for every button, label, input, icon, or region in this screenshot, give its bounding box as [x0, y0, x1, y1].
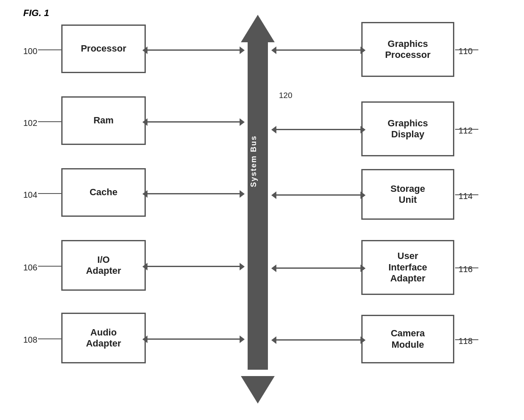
- tick-118: [455, 339, 478, 340]
- ref-116: 116: [458, 265, 472, 274]
- block-storage: StorageUnit: [361, 169, 454, 220]
- arrow-processor-bus: [147, 49, 240, 51]
- fig-title: FIG. 1: [23, 8, 49, 19]
- block-ui-adapter: UserInterfaceAdapter: [361, 240, 454, 295]
- ref-108: 108: [23, 335, 37, 345]
- arrow-top: [241, 15, 275, 42]
- diagram-container: FIG. 1 Processor Ram Cache I/OAdapter Au…: [0, 0, 524, 420]
- block-gfx-disp: GraphicsDisplay: [361, 101, 454, 156]
- ref-102: 102: [23, 118, 37, 128]
- block-cache: Cache: [61, 168, 146, 217]
- ref-110: 110: [458, 46, 472, 56]
- arrow-io-bus: [147, 266, 240, 267]
- block-audio: AudioAdapter: [61, 313, 146, 363]
- ref-104: 104: [23, 190, 37, 200]
- arrow-bus-ui-adapter: [276, 267, 361, 269]
- ref-106: 106: [23, 263, 37, 273]
- tick-100: [38, 49, 61, 50]
- ref-112: 112: [458, 126, 472, 136]
- arrow-bus-gfx-proc: [276, 49, 361, 51]
- arrow-audio-bus: [147, 338, 240, 340]
- system-bus: [241, 15, 275, 404]
- ref-118: 118: [458, 336, 472, 346]
- label-120: 120: [279, 91, 292, 100]
- tick-114: [455, 194, 478, 195]
- ref-100: 100: [23, 46, 37, 56]
- system-bus-body: [248, 40, 268, 370]
- arrow-bottom: [241, 376, 275, 404]
- tick-106: [38, 266, 61, 267]
- arrow-bus-storage: [276, 194, 361, 196]
- block-io: I/OAdapter: [61, 240, 146, 291]
- arrow-cache-bus: [147, 193, 240, 194]
- tick-110: [455, 49, 478, 50]
- arrow-ram-bus: [147, 121, 240, 123]
- block-camera: CameraModule: [361, 315, 454, 363]
- block-gfx-proc: GraphicsProcessor: [361, 22, 454, 77]
- tick-116: [455, 267, 478, 268]
- tick-112: [455, 129, 478, 130]
- block-processor: Processor: [61, 25, 146, 73]
- tick-104: [38, 193, 61, 194]
- block-ram: Ram: [61, 96, 146, 145]
- arrow-bus-camera: [276, 339, 361, 341]
- ref-114: 114: [458, 191, 472, 201]
- tick-102: [38, 121, 61, 122]
- arrow-bus-gfx-disp: [276, 129, 361, 130]
- tick-108: [38, 338, 61, 339]
